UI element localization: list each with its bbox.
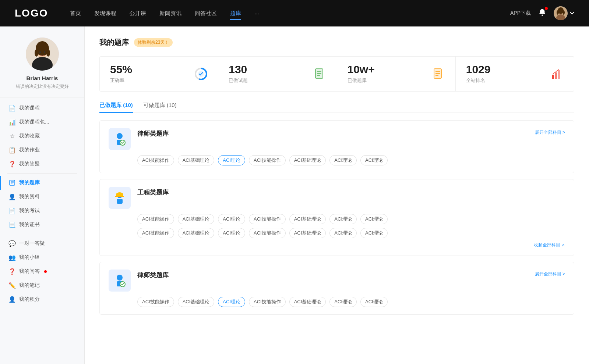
tag[interactable]: ACI理论	[360, 228, 388, 238]
accuracy-icon	[194, 67, 208, 81]
sidebar-item-course[interactable]: 📄 我的课程	[0, 101, 84, 115]
notification-bell[interactable]	[538, 8, 546, 18]
qa-red-dot	[44, 270, 47, 273]
svg-point-13	[39, 51, 41, 53]
sidebar-item-course-package[interactable]: 📊 我的课程包...	[0, 115, 84, 129]
page-title: 我的题库	[99, 38, 129, 47]
nav-open-course[interactable]: 公开课	[130, 8, 146, 18]
tag[interactable]: ACI理论	[218, 228, 245, 238]
qa-icon: ❓	[9, 161, 15, 167]
tag[interactable]: ACI技能操作	[137, 155, 174, 165]
notification-badge	[545, 7, 548, 10]
nav-discover[interactable]: 发现课程	[94, 8, 116, 18]
svg-point-5	[557, 10, 559, 15]
sidebar-item-certificate[interactable]: 📃 我的证书	[0, 218, 84, 232]
expand-link-3[interactable]: 展开全部科目 >	[535, 270, 565, 277]
tag[interactable]: ACI基础理论	[178, 214, 215, 224]
qbank-tags-3: ACI技能操作 ACI基础理论 ACI理论 ACI技能操作 ACI基础理论 AC…	[137, 297, 565, 307]
tag[interactable]: ACI技能操作	[249, 155, 286, 165]
course-icon: 📄	[9, 105, 15, 111]
svg-rect-32	[552, 75, 554, 79]
sidebar-item-my-qa[interactable]: ❓ 我的问答	[0, 264, 84, 278]
tag-active[interactable]: ACI理论	[218, 297, 245, 307]
stat-ranking: 1029 全站排名	[456, 57, 574, 91]
qbank-card-3: 律师类题库 展开全部科目 > ACI技能操作 ACI基础理论 ACI理论 ACI…	[99, 262, 574, 315]
tag[interactable]: ACI理论	[329, 228, 357, 238]
tag[interactable]: ACI理论	[360, 214, 388, 224]
star-icon: ☆	[9, 133, 15, 139]
tag[interactable]: ACI理论	[329, 155, 357, 165]
my-qa-icon: ❓	[9, 268, 15, 275]
sidebar-item-profile[interactable]: 👤 我的资料	[0, 190, 84, 204]
user-avatar-menu[interactable]	[554, 6, 574, 20]
tag[interactable]: ACI技能操作	[249, 214, 286, 224]
tag-active[interactable]: ACI理论	[218, 155, 245, 165]
trial-badge: 体验剩余23天！	[134, 38, 173, 47]
nav-more[interactable]: ···	[254, 9, 259, 18]
tag[interactable]: ACI理论	[218, 214, 245, 224]
tag[interactable]: ACI理论	[329, 214, 357, 224]
profile-avatar	[26, 38, 59, 71]
sidebar-item-points[interactable]: 👤 我的积分	[0, 292, 84, 306]
tag[interactable]: ACI技能操作	[137, 228, 174, 238]
tag[interactable]: ACI技能操作	[137, 297, 174, 307]
app-download-link[interactable]: APP下载	[510, 10, 531, 17]
sidebar-divider-1	[7, 173, 77, 174]
nav-bank[interactable]: 题库	[230, 8, 241, 18]
tag[interactable]: ACI基础理论	[289, 228, 326, 238]
svg-point-35	[117, 133, 123, 139]
sidebar-item-homework[interactable]: 📋 我的作业	[0, 143, 84, 157]
nav-news[interactable]: 新闻资讯	[159, 8, 181, 18]
qbank-tags-2-wrap: ACI技能操作 ACI基础理论 ACI理论 ACI技能操作 ACI基础理论 AC…	[137, 214, 565, 248]
avatar	[554, 6, 568, 20]
header: LOGO 首页 发现课程 公开课 新闻资讯 问答社区 题库 ··· APP下载	[0, 0, 589, 26]
certificate-icon: 📃	[9, 221, 15, 228]
tag[interactable]: ACI基础理论	[289, 155, 326, 165]
homework-icon: 📋	[9, 147, 15, 153]
sidebar-item-exam[interactable]: 📄 我的考试	[0, 204, 84, 218]
chevron-down-icon	[570, 12, 574, 15]
nav-qa[interactable]: 问答社区	[195, 8, 217, 18]
qbank-title-3: 律师类题库	[137, 270, 169, 279]
collapse-link-2[interactable]: 收起全部科目 ∧	[137, 242, 565, 248]
tag[interactable]: ACI理论	[360, 155, 388, 165]
tab-done-banks[interactable]: 已做题库 (10)	[99, 102, 133, 113]
qbank-tags-2-row1: ACI技能操作 ACI基础理论 ACI理论 ACI技能操作 ACI基础理论 AC…	[137, 214, 565, 224]
tag[interactable]: ACI技能操作	[249, 228, 286, 238]
points-icon: 👤	[9, 296, 15, 303]
sidebar-item-notes[interactable]: ✏️ 我的笔记	[0, 278, 84, 292]
sidebar-item-bank[interactable]: 我的题库	[0, 176, 84, 190]
tab-available-banks[interactable]: 可做题库 (10)	[143, 102, 177, 113]
tag[interactable]: ACI基础理论	[289, 214, 326, 224]
qbank-icon-engineer	[109, 187, 131, 209]
nav-home[interactable]: 首页	[70, 8, 81, 18]
tag[interactable]: ACI基础理论	[178, 228, 215, 238]
sidebar-menu: 📄 我的课程 📊 我的课程包... ☆ 我的收藏 📋 我的作业 ❓ 我的答疑	[0, 97, 84, 310]
sidebar-item-group[interactable]: 👥 我的小组	[0, 250, 84, 264]
tag[interactable]: ACI技能操作	[137, 214, 174, 224]
tag[interactable]: ACI理论	[329, 297, 357, 307]
main-content: 我的题库 体验剩余23天！ 55% 正确率	[85, 26, 589, 364]
sidebar-item-tutoring[interactable]: 💬 一对一答疑	[0, 236, 84, 250]
qbank-icon-lawyer-3	[109, 270, 131, 292]
tutoring-icon: 💬	[9, 240, 15, 247]
done-b-label: 已做题库	[348, 77, 427, 84]
svg-point-11	[35, 49, 38, 57]
sidebar-divider-2	[7, 234, 77, 234]
tag[interactable]: ACI基础理论	[289, 297, 326, 307]
ranking-value: 1029	[466, 64, 545, 75]
bank-icon	[9, 179, 15, 186]
expand-link-1[interactable]: 展开全部科目 >	[535, 128, 565, 136]
qbank-icon-lawyer-1	[109, 128, 131, 150]
stats-row: 55% 正确率 130 已做试题	[99, 56, 574, 92]
tag[interactable]: ACI技能操作	[249, 297, 286, 307]
done-b-value: 10w+	[348, 64, 427, 75]
sidebar-item-favorites[interactable]: ☆ 我的收藏	[0, 129, 84, 143]
tag[interactable]: ACI基础理论	[178, 297, 215, 307]
tabs-row: 已做题库 (10) 可做题库 (10)	[99, 102, 574, 113]
tag[interactable]: ACI基础理论	[178, 155, 215, 165]
accuracy-label: 正确率	[110, 77, 189, 84]
svg-rect-41	[116, 195, 123, 196]
tag[interactable]: ACI理论	[360, 297, 388, 307]
sidebar-item-qa[interactable]: ❓ 我的答疑	[0, 157, 84, 171]
